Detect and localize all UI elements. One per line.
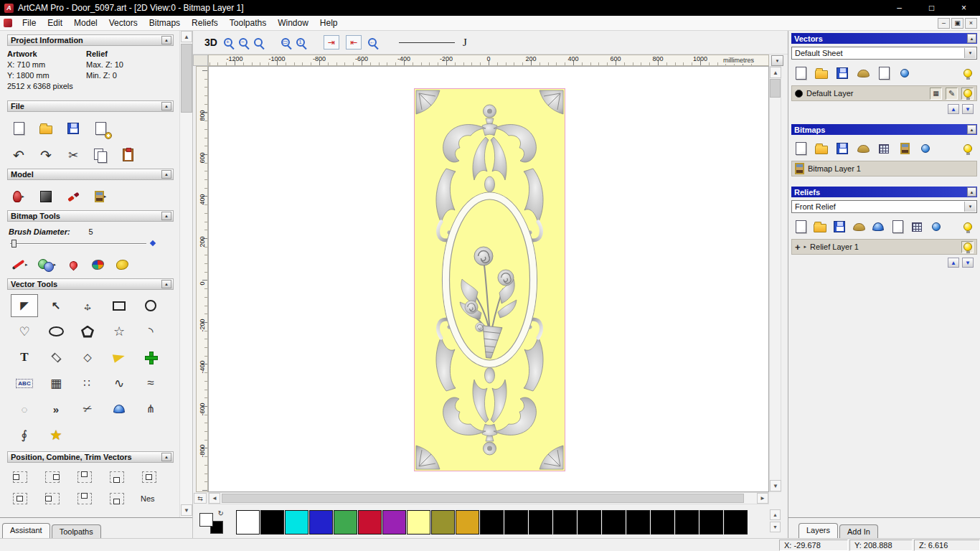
flyout-icon[interactable]: ▸: [25, 262, 28, 268]
palette-icon[interactable]: [90, 255, 105, 274]
door-artwork[interactable]: [414, 88, 565, 471]
assistant-scrollbar[interactable]: ▲ ▼: [179, 31, 192, 517]
mdi-minimize-button[interactable]: –: [938, 18, 950, 29]
tab-layers[interactable]: Layers: [798, 523, 838, 538]
create-ellipse-tool[interactable]: [42, 320, 70, 343]
create-spiral-tool[interactable]: [105, 397, 133, 420]
zoom-previous-icon[interactable]: ←: [368, 38, 377, 47]
slider-thumb[interactable]: [11, 240, 17, 248]
mdi-restore-button[interactable]: ▣: [951, 18, 963, 29]
palette-swatch[interactable]: [480, 510, 504, 534]
palette-swatch[interactable]: [651, 510, 674, 534]
maximize-button[interactable]: □: [915, 0, 948, 16]
create-star-tool[interactable]: ☆: [105, 320, 133, 343]
pan-split-button[interactable]: ⇆: [194, 493, 207, 504]
collapse-button[interactable]: ▲: [161, 280, 171, 288]
palette-swatch[interactable]: [626, 510, 650, 534]
palette-swatch[interactable]: [358, 510, 382, 534]
combine-icon-3[interactable]: [76, 491, 93, 506]
tab-add-in[interactable]: Add In: [839, 524, 878, 538]
layer-colour-swatch[interactable]: [795, 90, 803, 98]
flyout-icon[interactable]: ▸: [22, 194, 24, 199]
save-relief-layer-icon[interactable]: [832, 217, 847, 236]
palette-swatch[interactable]: [456, 510, 479, 534]
save-vector-layer-icon[interactable]: [835, 64, 849, 83]
palette-swatch[interactable]: [285, 510, 308, 534]
scroll-up-button[interactable]: ▲: [770, 67, 781, 78]
zoom-box-icon[interactable]: ▭: [281, 38, 290, 47]
collapse-button[interactable]: ▲: [967, 187, 976, 197]
block-copy-tool[interactable]: [137, 346, 164, 369]
align-left-icon[interactable]: [11, 470, 29, 484]
bitmap-image-icon[interactable]: [897, 139, 912, 158]
palette-swatch[interactable]: [309, 510, 333, 534]
paragraph-text-tool[interactable]: ABC: [11, 372, 38, 395]
palette-swatch[interactable]: [553, 510, 577, 534]
delete-bitmap-layer-icon[interactable]: [918, 139, 933, 158]
next-view-button[interactable]: ⇥: [324, 35, 339, 50]
tab-toolpaths[interactable]: Toolpaths: [52, 524, 101, 538]
move-layer-down-button[interactable]: ▼: [962, 258, 974, 268]
canvas-horizontal-scrollbar[interactable]: ◄ ►: [208, 492, 769, 504]
palette-swatch[interactable]: [334, 510, 357, 534]
create-polygon-tool[interactable]: [74, 320, 101, 343]
merge-bitmap-layers-icon[interactable]: [856, 139, 870, 158]
scroll-down-button[interactable]: ▼: [181, 504, 192, 516]
palette-swatch[interactable]: [602, 510, 626, 534]
new-vector-layer-icon[interactable]: [793, 64, 808, 83]
move-layer-up-button[interactable]: ▲: [948, 258, 959, 268]
undo-icon[interactable]: ↶: [11, 146, 26, 164]
transform-vectors-tool[interactable]: ↔↕: [74, 294, 101, 317]
palette-swatch[interactable]: [529, 510, 552, 534]
layer-edit-button[interactable]: ✎: [946, 88, 958, 100]
zoom-tool-icon[interactable]: [254, 38, 263, 47]
star-wizard-tool[interactable]: ★: [42, 423, 70, 446]
text-grid-tool[interactable]: ▦: [42, 372, 70, 395]
layer-visibility-button[interactable]: [961, 241, 974, 253]
toggle-all-vectors-icon[interactable]: [961, 64, 975, 83]
new-bitmap-layer-icon[interactable]: [793, 139, 808, 158]
zoom-out-icon[interactable]: −: [239, 38, 248, 47]
layer-name[interactable]: Relief Layer 1: [810, 242, 958, 251]
palette-swatch[interactable]: [504, 510, 528, 534]
trim-vectors-tool[interactable]: ✂: [74, 397, 101, 420]
toggle-3d-view-button[interactable]: 3D: [204, 37, 217, 48]
model-image-icon[interactable]: ▸: [93, 187, 108, 206]
primary-colour-swatch[interactable]: [199, 513, 213, 527]
create-text-tool[interactable]: T: [11, 346, 38, 369]
relief-select[interactable]: Front Relief ▼: [791, 200, 977, 213]
colour-pair-icon[interactable]: ▸: [38, 255, 57, 274]
line-end-handle[interactable]: J: [463, 37, 467, 49]
slice-vectors-tool[interactable]: [105, 346, 133, 369]
menu-vectors[interactable]: Vectors: [103, 16, 143, 30]
align-right-icon[interactable]: [44, 470, 61, 484]
flyout-icon[interactable]: ▸: [104, 194, 107, 199]
create-arc-tool[interactable]: ◝: [137, 320, 164, 343]
combine-mode-icon[interactable]: +: [795, 242, 801, 253]
save-bitmap-layer-icon[interactable]: [835, 139, 849, 158]
smooth-polyline-tool[interactable]: ≈: [137, 372, 164, 395]
engrave-icon[interactable]: [66, 187, 80, 206]
open-vector-layer-icon[interactable]: [814, 64, 829, 83]
save-model-icon[interactable]: [66, 119, 80, 138]
scroll-right-button[interactable]: ►: [757, 493, 768, 504]
zoom-in-icon[interactable]: +: [224, 38, 232, 47]
scroll-up-button[interactable]: ▲: [181, 31, 192, 42]
relief-texture-icon[interactable]: [39, 187, 53, 206]
scale-relief-icon[interactable]: [910, 217, 924, 236]
redo-icon[interactable]: ↷: [39, 146, 53, 164]
vector-sheet-select[interactable]: Default Sheet ▼: [791, 47, 977, 60]
open-bitmap-layer-icon[interactable]: [814, 139, 829, 158]
scrollbar-thumb[interactable]: [222, 494, 744, 503]
minimize-button[interactable]: –: [883, 0, 915, 16]
combine-icon-4[interactable]: [108, 491, 126, 506]
scrollbar-thumb[interactable]: [181, 44, 192, 113]
palette-swatch[interactable]: [724, 510, 748, 534]
copy-relief-icon[interactable]: [890, 217, 905, 236]
flood-fill-icon[interactable]: [115, 255, 129, 274]
layer-visibility-button[interactable]: [961, 88, 974, 100]
layer-snap-button[interactable]: ▦: [930, 88, 942, 100]
toggle-all-bitmaps-icon[interactable]: [961, 139, 975, 158]
collapse-button[interactable]: ▲: [161, 212, 171, 220]
bitmap-layer-row[interactable]: Bitmap Layer 1: [791, 161, 977, 176]
